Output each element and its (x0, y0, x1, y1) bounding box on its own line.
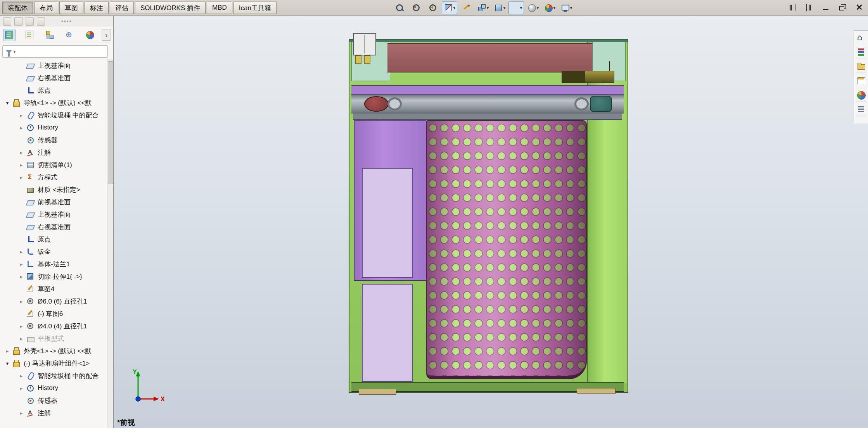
display-style-dropdown-caret[interactable]: ▾ (503, 5, 506, 10)
tree-filter-input[interactable] (17, 47, 107, 57)
filter-caret-icon[interactable]: ▾ (14, 50, 16, 54)
tree-scrollbar[interactable] (107, 59, 113, 428)
model-purple-crossbar[interactable] (351, 85, 624, 95)
tree-row[interactable]: 右视基准面 (0, 72, 107, 84)
edit-appearance-dropdown-caret[interactable]: ▾ (537, 5, 539, 10)
zoom-area-button[interactable] (408, 1, 424, 14)
tree-expand-arrow[interactable]: ▸ (17, 323, 26, 329)
restore-button[interactable] (838, 3, 847, 12)
model-rail-assembly[interactable] (351, 95, 624, 114)
tree-row[interactable]: 上视基准面 (0, 208, 107, 221)
section-view-dropdown-caret[interactable]: ▾ (453, 5, 456, 10)
model-power-connector[interactable] (353, 33, 376, 55)
model-rail-roller-left[interactable] (387, 97, 402, 110)
tree-expand-arrow[interactable]: ▸ (17, 150, 26, 155)
menu-tab-layout[interactable]: 布局 (34, 2, 58, 14)
tree-expand-arrow[interactable]: ▾ (3, 100, 12, 106)
tree-expand-arrow[interactable]: ▸ (17, 112, 26, 118)
tree-row[interactable]: 材质 <未指定> (0, 183, 107, 196)
zoom-fit-button[interactable] (392, 1, 407, 14)
solidworks-resources-tab-icon[interactable] (856, 32, 866, 44)
model-rail-plate[interactable] (353, 114, 622, 120)
featuremanager-tab[interactable] (3, 29, 16, 41)
collapsed-command-icon[interactable] (37, 17, 45, 26)
menu-tab-mbd[interactable]: MBD (207, 2, 232, 14)
assembly-model[interactable] (349, 39, 628, 393)
menu-tab-assembly[interactable]: 装配体 (2, 2, 33, 14)
custom-properties-tab-icon[interactable] (856, 104, 866, 116)
tree-row[interactable]: (-) 草图6 (0, 307, 107, 320)
tree-row[interactable]: ▸切除-拉伸1{ ->} (0, 270, 107, 283)
menu-tab-annotate[interactable]: 标注 (85, 2, 109, 14)
tree-expand-arrow[interactable]: ▸ (17, 249, 26, 255)
model-motor-box-upper[interactable] (362, 168, 413, 278)
displaymanager-tab[interactable] (84, 29, 96, 41)
tree-row[interactable]: ▸智能垃圾桶 中的配合 (0, 109, 107, 121)
model-rail-red-knob[interactable] (364, 96, 389, 112)
tree-row[interactable]: ▸基体-法兰1 (0, 258, 107, 270)
previous-view-button[interactable] (425, 1, 441, 14)
tree-row[interactable]: ▸平板型式 (0, 332, 107, 345)
apply-scene-button[interactable]: ▾ (542, 1, 557, 14)
model-top-edge[interactable] (349, 40, 628, 42)
tree-row[interactable]: 原点 (0, 233, 107, 245)
menu-tab-evaluate[interactable]: 评估 (110, 2, 134, 14)
tree-row[interactable]: ▸切割清单(1) (0, 159, 107, 171)
collapsed-command-icon[interactable] (14, 17, 22, 26)
model-motor-box-lower[interactable] (362, 284, 413, 382)
tree-scrollbar-thumb[interactable] (108, 61, 113, 184)
model-foot-right[interactable] (577, 388, 616, 394)
tree-expand-arrow[interactable]: ▸ (17, 274, 26, 280)
filter-funnel-icon[interactable] (6, 50, 12, 54)
manager-tab-expand-chevron[interactable]: › (102, 29, 111, 41)
tree-row[interactable]: 草图4 (0, 283, 107, 295)
tree-row[interactable]: ▸Ø6.0 (6) 直径孔1 (0, 295, 107, 307)
minimize-button[interactable] (821, 3, 830, 12)
close-button[interactable] (855, 3, 863, 12)
tree-row[interactable]: ▸智能垃圾桶 中的配合 (0, 369, 107, 382)
tree-expand-arrow[interactable]: ▸ (17, 385, 26, 391)
tree-row[interactable]: ▸Ø4.0 (4) 直径孔1 (0, 320, 107, 332)
tree-expand-arrow[interactable]: ▸ (17, 373, 26, 379)
tree-expand-arrow[interactable]: ▸ (17, 125, 26, 131)
model-sensor-pin[interactable] (609, 61, 610, 71)
view-palette-tab-icon[interactable] (856, 75, 866, 87)
tree-expand-arrow[interactable]: ▾ (3, 361, 12, 366)
tree-row[interactable]: 传感器 (0, 394, 107, 407)
float-pane-button[interactable] (805, 3, 813, 12)
model-rail-roller-right[interactable] (574, 97, 589, 110)
model-connector-pin[interactable] (364, 55, 370, 64)
model-perforated-basket[interactable] (426, 120, 587, 379)
apply-scene-dropdown-caret[interactable]: ▾ (553, 5, 556, 10)
tree-row[interactable]: ▸History (0, 382, 107, 394)
tree-row[interactable]: ▾导轨<1> -> (默认) <<默 (0, 97, 107, 109)
tree-expand-arrow[interactable]: ▸ (3, 348, 12, 354)
menu-tab-sketch[interactable]: 草图 (59, 2, 83, 14)
section-view-button[interactable]: ▾ (442, 1, 457, 14)
graphics-viewport[interactable]: Y X *前视 (114, 16, 868, 428)
file-explorer-tab-icon[interactable] (856, 61, 866, 73)
tree-row[interactable]: 上视基准面 (0, 59, 107, 72)
tree-row[interactable]: 原点 (0, 84, 107, 97)
model-sensor-bar[interactable] (562, 71, 614, 83)
tree-row[interactable]: ▸钣金 (0, 245, 107, 258)
view-orientation-dropdown-caret[interactable]: ▾ (487, 5, 489, 10)
hide-show-items-dropdown-caret[interactable]: ▾ (520, 5, 522, 10)
tree-expand-arrow[interactable]: ▸ (17, 336, 26, 342)
tree-expand-arrow[interactable]: ▸ (17, 299, 26, 304)
design-library-tab-icon[interactable] (856, 47, 866, 59)
tree-row[interactable]: ▸方程式 (0, 171, 107, 183)
tree-row[interactable]: ▸History (0, 121, 107, 134)
edit-appearance-button[interactable]: ▾ (525, 1, 541, 14)
tree-row[interactable]: 右视基准面 (0, 221, 107, 233)
dimxpertmanager-tab[interactable] (64, 29, 76, 41)
tree-row[interactable]: 传感器 (0, 134, 107, 146)
collapsed-command-icon[interactable] (3, 17, 11, 26)
tree-row[interactable]: 前视基准面 (0, 196, 107, 208)
model-lid-red-panel[interactable] (387, 43, 592, 72)
configurationmanager-tab[interactable] (43, 29, 56, 41)
panel-drag-handle[interactable]: •••• (61, 18, 72, 24)
tree-row[interactable]: ▸注解 (0, 146, 107, 159)
menu-tab-solidworks-addins[interactable]: SOLIDWORKS 插件 (135, 2, 206, 14)
model-rail-teal-knob[interactable] (590, 96, 612, 112)
